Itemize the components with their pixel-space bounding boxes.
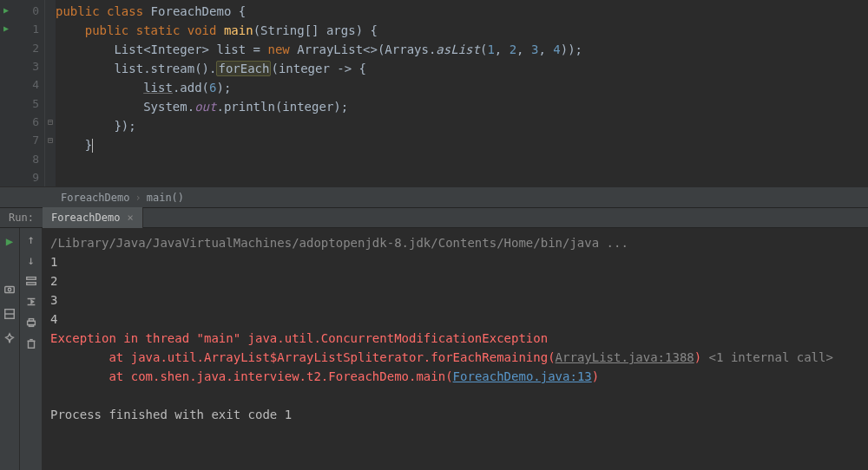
fold-toggle[interactable]: ⊟ [45,131,56,149]
run-toolbar-left: ▶ [0,228,19,470]
line-number: 2 [32,42,39,55]
stop-button[interactable] [2,258,17,273]
exit-line: Process finished with exit code 1 [50,405,868,424]
fold-column[interactable]: ⊟ ⊟ [45,0,56,186]
rerun-button[interactable]: ▶ [2,233,17,249]
svg-point-1 [8,288,11,291]
layout-button[interactable] [2,306,17,322]
line-number: 7 [32,134,39,147]
internal-call-hint: <1 internal call> [709,350,833,364]
soft-wrap-button[interactable] [23,273,39,289]
up-stack-button[interactable]: ↑ [23,232,39,247]
text-cursor [92,139,93,153]
run-config-tab[interactable]: ForeachDemo × [43,207,143,228]
stacktrace-link[interactable]: ArrayList.java:1388 [556,350,694,364]
editor-pane: ▶0 ▶1 2 3 4 5 6 7 8 9 ⊟ ⊟ public class F… [0,0,868,186]
svg-rect-4 [26,277,36,280]
print-button[interactable] [23,315,39,330]
run-gutter-icon[interactable]: ▶ [3,5,9,15]
run-header: Run: ForeachDemo × [0,207,868,228]
svg-rect-5 [26,283,36,285]
line-number: 5 [32,97,39,110]
line-number: 8 [32,153,39,166]
stdout-line: 2 [50,271,868,290]
console-output[interactable]: /Library/Java/JavaVirtualMachines/adopto… [42,228,868,470]
stderr-line: Exception in thread "main" java.util.Con… [50,329,868,348]
run-tab-label: ForeachDemo [51,212,120,224]
down-stack-button[interactable]: ↓ [23,252,39,268]
command-line: /Library/Java/JavaVirtualMachines/adopto… [50,233,868,252]
breadcrumb-class[interactable]: ForeachDemo [61,192,129,204]
svg-rect-0 [5,287,15,293]
dump-button[interactable] [2,282,17,297]
stacktrace-link[interactable]: ForeachDemo.java:13 [453,369,592,383]
svg-rect-8 [29,325,33,327]
fold-toggle[interactable]: ⊟ [45,113,56,131]
line-number: 6 [32,115,39,128]
line-number: 0 [32,4,39,17]
run-gutter-icon[interactable]: ▶ [3,23,9,33]
svg-rect-9 [28,341,34,348]
run-toolbar-console: ↑ ↓ [19,228,42,470]
code-area[interactable]: public class ForeachDemo { public static… [56,0,868,186]
run-title: Run: [0,212,43,224]
run-tool-window: Run: ForeachDemo × ▶ ↑ ↓ /Libr [0,207,868,470]
line-gutter[interactable]: ▶0 ▶1 2 3 4 5 6 7 8 9 [0,0,45,186]
stderr-line: at com.shen.java.interview.t2.ForeachDem… [50,369,453,383]
pin-button[interactable] [2,330,17,346]
line-number: 9 [32,171,39,184]
svg-rect-7 [29,319,33,322]
highlighted-usage: forEach [216,61,271,76]
scroll-end-button[interactable] [23,294,39,310]
breadcrumb[interactable]: ForeachDemo › main() [0,186,868,207]
stdout-line: 1 [50,252,868,271]
breadcrumb-separator: › [135,192,141,204]
breadcrumb-method[interactable]: main() [147,192,184,204]
stderr-line: at java.util.ArrayList$ArrayListSplitera… [50,350,556,364]
ide-window: ▶0 ▶1 2 3 4 5 6 7 8 9 ⊟ ⊟ public class F… [0,0,868,470]
stdout-line: 3 [50,290,868,310]
clear-all-button[interactable] [23,336,39,351]
line-number: 4 [32,78,39,91]
line-number: 1 [32,23,39,36]
close-icon[interactable]: × [127,212,133,224]
line-number: 3 [32,60,39,73]
stdout-line: 4 [50,310,868,329]
